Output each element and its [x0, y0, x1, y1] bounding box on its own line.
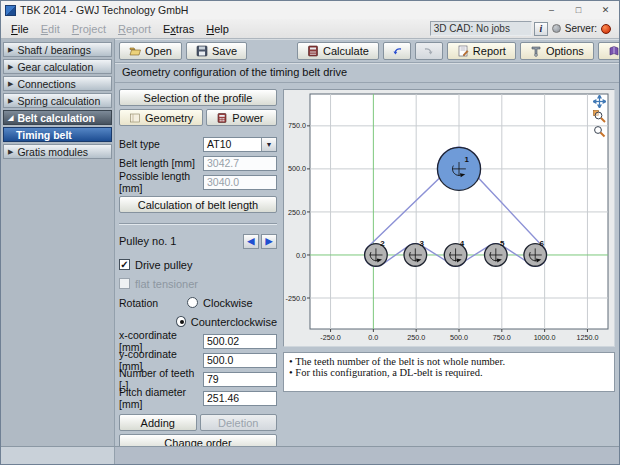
pan-icon[interactable] — [593, 95, 606, 108]
calculation-of-belt-length-button[interactable]: Calculation of belt length — [119, 196, 277, 213]
y-tick-label: 250.0 — [288, 208, 306, 217]
bottom-bar-left-cell — [1, 447, 115, 464]
pulley-number-label: 1 — [465, 155, 470, 164]
window-title: TBK 2014 - GWJ Technology GmbH — [20, 4, 538, 16]
minimize-button[interactable]: – — [538, 1, 565, 19]
message-item: The teeth number of the belt is not whol… — [289, 356, 609, 367]
drive-pulley-checkbox[interactable]: ✓ Drive pulley — [119, 257, 277, 272]
app-window: TBK 2014 - GWJ Technology GmbH – □ ✕ Fil… — [0, 0, 620, 465]
tab-power[interactable]: Power — [206, 109, 277, 126]
x-tick-label: 1000.0 — [534, 333, 556, 342]
undo-icon — [391, 45, 403, 57]
power-calculator-icon — [216, 112, 228, 124]
x-tick-label: 250.0 — [407, 333, 425, 342]
menu-report: Report — [112, 23, 157, 35]
flat-tensioner-checkbox: flat tensioner — [119, 276, 277, 291]
report-document-icon — [457, 45, 469, 57]
radio-clockwise[interactable] — [187, 297, 198, 308]
collapsed-triangle-icon: ▶ — [8, 63, 13, 71]
pulley-number-label: 3 — [420, 239, 425, 248]
x-coordinate-field[interactable] — [203, 334, 277, 349]
undo-button[interactable] — [383, 42, 411, 60]
options-tool-icon — [530, 45, 542, 57]
selection-of-profile-button[interactable]: Selection of the profile — [119, 89, 277, 106]
checkbox-empty-icon — [119, 278, 130, 289]
belt-type-select[interactable]: AT10 ▼ — [203, 137, 277, 152]
x-tick-label: 1250.0 — [576, 333, 598, 342]
y-tick-label: -250.0 — [286, 294, 306, 303]
pulley-number-label: Pulley no. 1 — [119, 235, 241, 247]
belt-length-field — [203, 156, 277, 171]
y-tick-label: 750.0 — [288, 121, 306, 130]
report-button[interactable]: Report — [447, 42, 516, 60]
tab-geometry[interactable]: Geometry — [119, 109, 203, 126]
pitch-diameter-label: Pitch diameter [mm] — [119, 386, 203, 410]
y-coordinate-field[interactable] — [203, 353, 277, 368]
adding-button[interactable]: Adding — [119, 414, 197, 431]
app-icon — [5, 5, 16, 16]
pulley-number-label: 2 — [380, 239, 385, 248]
pulley-number-label: 5 — [500, 239, 505, 248]
cad-status-box: 3D CAD: No jobs — [430, 21, 532, 36]
close-button[interactable]: ✕ — [592, 1, 619, 19]
zoom-window-icon[interactable] — [593, 110, 606, 123]
sidebar-item-shaft-bearings[interactable]: ▶Shaft / bearings — [3, 42, 112, 57]
calculator-icon — [307, 45, 319, 57]
y-tick-label: 0.0 — [296, 251, 306, 260]
plot-canvas[interactable]: -250.00.0250.0500.0750.01000.01250.0-250… — [284, 90, 614, 346]
belt-length-label: Belt length [mm] — [119, 157, 203, 169]
prev-pulley-button[interactable]: ◀ — [243, 234, 259, 249]
options-button[interactable]: Options — [520, 42, 594, 60]
open-button[interactable]: Open — [119, 42, 182, 60]
menu-help[interactable]: Help — [200, 23, 235, 35]
open-folder-icon — [129, 45, 141, 57]
possible-length-label: Possible length [mm] — [119, 170, 203, 194]
page-title: Geometry configuration of the timing bel… — [115, 63, 619, 83]
collapsed-triangle-icon: ▶ — [8, 97, 13, 105]
help-button[interactable]: Help — [598, 42, 620, 60]
collapsed-triangle-icon: ▶ — [8, 148, 13, 156]
pitch-diameter-field[interactable] — [203, 391, 277, 406]
pulley-layout-chart: -250.00.0250.0500.0750.01000.01250.0-250… — [283, 89, 615, 347]
message-item: For this configuration, a DL-belt is req… — [289, 367, 609, 378]
deletion-button: Deletion — [200, 414, 278, 431]
sidebar-item-belt-calculation[interactable]: ◢Belt calculation — [3, 110, 112, 125]
x-tick-label: 500.0 — [450, 333, 468, 342]
belt-type-value: AT10 — [204, 138, 261, 150]
sidebar-item-gear-calculation[interactable]: ▶Gear calculation — [3, 59, 112, 74]
controls-panel: Selection of the profile Geometry Power … — [119, 89, 277, 446]
x-tick-label: 0.0 — [368, 333, 378, 342]
module-sidebar: ▶Shaft / bearings▶Gear calculation▶Conne… — [1, 39, 115, 446]
sidebar-item-spring-calculation[interactable]: ▶Spring calculation — [3, 93, 112, 108]
help-book-icon — [608, 45, 620, 57]
menu-file[interactable]: File — [5, 23, 35, 35]
save-disk-icon — [196, 45, 208, 57]
y-tick-label: 500.0 — [288, 164, 306, 173]
sidebar-item-gratis-modules[interactable]: ▶Gratis modules — [3, 144, 112, 159]
radio-counterclockwise[interactable] — [176, 316, 186, 327]
cad-status-icon — [552, 24, 561, 33]
sidebar-item-connections[interactable]: ▶Connections — [3, 76, 112, 91]
collapsed-triangle-icon: ▶ — [8, 80, 13, 88]
menu-bar: FileEditProjectReportExtrasHelp 3D CAD: … — [1, 19, 619, 39]
belt-type-label: Belt type — [119, 138, 203, 150]
x-tick-label: 750.0 — [493, 333, 511, 342]
calculate-button[interactable]: Calculate — [297, 42, 379, 60]
menu-edit: Edit — [35, 23, 66, 35]
divider — [119, 223, 277, 225]
redo-button[interactable] — [415, 42, 443, 60]
next-pulley-button[interactable]: ▶ — [261, 234, 277, 249]
checkbox-check-icon[interactable]: ✓ — [119, 259, 130, 270]
info-icon[interactable]: i — [534, 22, 548, 36]
x-tick-label: -250.0 — [320, 333, 340, 342]
redo-icon — [423, 45, 435, 57]
zoom-icon[interactable] — [593, 125, 606, 138]
maximize-button[interactable]: □ — [565, 1, 592, 19]
menu-project: Project — [66, 23, 112, 35]
dropdown-arrow-icon[interactable]: ▼ — [261, 138, 276, 151]
number-of-teeth-field[interactable] — [203, 372, 277, 387]
sidebar-item-timing-belt[interactable]: Timing belt — [3, 127, 112, 142]
save-button[interactable]: Save — [186, 42, 247, 60]
pulley-number-label: 6 — [540, 239, 545, 248]
menu-extras[interactable]: Extras — [157, 23, 200, 35]
